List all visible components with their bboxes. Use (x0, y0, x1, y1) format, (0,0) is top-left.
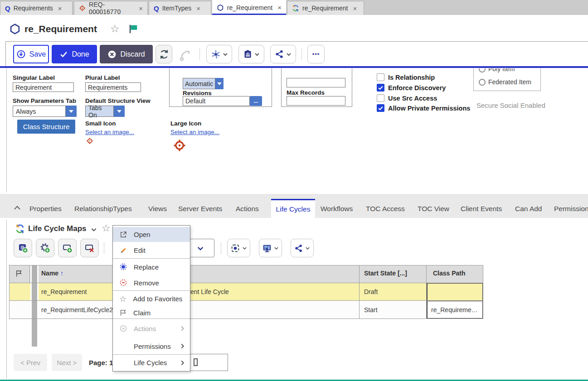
share-dropdown[interactable] (270, 45, 296, 63)
add-related-button[interactable] (58, 239, 77, 257)
favorite-star-icon[interactable]: ☆ (102, 222, 111, 234)
reports-dropdown[interactable] (238, 45, 264, 63)
check-icon (378, 85, 384, 91)
column-header-class-path[interactable]: Class Path (433, 270, 466, 277)
column-header-name[interactable]: Name ↑ (41, 270, 63, 277)
show-parameters-select[interactable]: Always (13, 106, 77, 117)
lifecycle-icon (15, 224, 25, 234)
class-structure-button[interactable]: Class Structure (17, 120, 75, 134)
poly-item-row-clipped[interactable]: Poly Item (479, 68, 538, 74)
tab-client-events[interactable]: Client Events (461, 205, 502, 213)
cell-name[interactable]: re_Requirement (41, 288, 87, 295)
tab-workflows[interactable]: Workflows (321, 205, 353, 213)
allow-private-permissions-checkbox[interactable] (377, 104, 384, 112)
delete-related-button[interactable] (80, 239, 99, 257)
context-menu-item-life-cycles[interactable]: Life Cycles (113, 355, 190, 370)
allow-private-permissions-label: Allow Private Permissions (388, 105, 470, 112)
structure-dropdown[interactable] (206, 45, 232, 63)
cell-start-state[interactable]: Start (364, 306, 378, 313)
context-menu-item-claim[interactable]: Claim (113, 307, 190, 318)
select-arrow-button[interactable] (114, 106, 125, 117)
window-tab-re-requirement-lifecycle[interactable]: re_Requirement × (287, 1, 364, 15)
federated-item-row[interactable]: Federated Item (479, 78, 531, 86)
done-button[interactable]: Done (52, 45, 97, 63)
chevron-down-icon (223, 53, 228, 56)
poly-item-label: Poly Item (488, 68, 515, 72)
tab-permissions[interactable]: Permissions (554, 205, 588, 213)
focus-dropdown[interactable] (227, 239, 250, 257)
next-page-button[interactable]: Next > (52, 354, 82, 371)
context-menu-item-permissions[interactable]: Permissions (113, 338, 190, 354)
pencil-icon (119, 246, 127, 255)
federated-item-radio[interactable] (479, 79, 486, 86)
tab-relationshiptypes[interactable]: RelationshipTypes (74, 205, 132, 213)
tab-views[interactable]: Views (148, 205, 167, 213)
select-arrow-button[interactable] (66, 106, 77, 117)
claimed-flag-icon[interactable] (128, 24, 138, 34)
enforce-discovery-checkbox[interactable] (377, 84, 384, 92)
select-arrow-button[interactable] (215, 78, 224, 89)
save-button[interactable]: Save (13, 45, 49, 63)
check-icon (59, 50, 68, 58)
singular-label-field[interactable] (13, 82, 74, 92)
revisions-field[interactable] (183, 96, 250, 106)
tab-server-events[interactable]: Server Events (178, 205, 222, 213)
tab-toc-access[interactable]: TOC Access (366, 205, 405, 213)
chevron-down-icon (242, 246, 247, 250)
window-tab-requirements[interactable]: Q Requirements × (0, 1, 73, 15)
context-menu-item-edit[interactable]: Edit (113, 243, 190, 258)
window-tab-req-000016770[interactable]: REQ-000016770 × (74, 1, 148, 15)
tab-properties[interactable]: Properties (29, 205, 62, 213)
column-header-start-state[interactable]: Start State [...] (364, 270, 407, 277)
collapse-chevron-icon[interactable] (14, 205, 21, 210)
window-tab-re-requirement-active[interactable]: re_Requirement × (212, 0, 286, 15)
records-upper-field[interactable] (287, 78, 345, 87)
cell-name[interactable]: re_RequirmentLifeCycle2 (41, 306, 113, 313)
cell-label-clipped[interactable]: ent Life Cycle (190, 288, 229, 295)
is-relationship-checkbox[interactable] (377, 73, 384, 81)
select-value: Automatic (183, 78, 215, 89)
versioning-select[interactable]: Automatic (183, 78, 224, 89)
menu-label: Actions (134, 325, 156, 333)
tab-can-add[interactable]: Can Add (515, 205, 542, 213)
more-actions-button[interactable]: ••• (307, 45, 325, 63)
context-menu-item-replace[interactable]: Replace (113, 259, 190, 275)
tab-toc-view[interactable]: TOC View (418, 205, 449, 213)
tab-life-cycles-active[interactable]: Life Cycles (271, 199, 315, 218)
use-src-access-checkbox[interactable] (377, 94, 384, 102)
cell-start-state[interactable]: Draft (364, 288, 378, 295)
layout-dropdown[interactable] (259, 239, 282, 257)
large-icon-preview-target-icon (173, 139, 186, 152)
tab-actions[interactable]: Actions (236, 205, 259, 213)
window-tab-itemtypes[interactable]: Q ItemTypes × (149, 1, 211, 15)
close-icon[interactable]: × (196, 5, 200, 12)
context-menu-item-open[interactable]: Open (113, 227, 190, 242)
max-records-field[interactable] (287, 96, 345, 106)
refresh-button[interactable] (156, 45, 172, 63)
favorite-star-icon[interactable]: ☆ (110, 23, 120, 35)
context-menu-item-add-to-favorites[interactable]: ☆ Add to Favorites (113, 291, 190, 306)
cell-class-path-editable[interactable] (427, 283, 483, 301)
close-icon[interactable]: × (139, 5, 143, 12)
share-grid-dropdown[interactable] (291, 239, 314, 257)
context-menu-item-remove[interactable]: Remove (113, 275, 190, 290)
plural-label-field[interactable] (85, 82, 141, 92)
new-with-template-button[interactable] (36, 239, 54, 257)
row-selector-strip[interactable] (32, 265, 37, 347)
poly-item-radio[interactable] (479, 68, 486, 72)
close-icon[interactable]: × (353, 5, 357, 12)
discard-button[interactable]: Discard (100, 45, 153, 63)
close-icon[interactable]: × (277, 4, 282, 11)
prev-page-button[interactable]: < Prev (14, 354, 47, 371)
small-icon-select-link[interactable]: Select an image... (85, 129, 134, 135)
itemtype-icon (9, 23, 21, 35)
close-icon[interactable]: × (58, 5, 62, 12)
flag-column-icon (15, 270, 23, 278)
cell-class-path-editable[interactable]: re_Requireme… (427, 300, 483, 319)
structure-view-select[interactable]: Tabs On (85, 106, 125, 117)
revisions-browse-button[interactable]: ... (250, 96, 262, 106)
new-item-button[interactable] (14, 239, 32, 257)
browse-label: ... (253, 98, 258, 104)
chevron-down-icon[interactable] (91, 227, 97, 232)
large-icon-select-link[interactable]: Select an image... (170, 129, 219, 135)
